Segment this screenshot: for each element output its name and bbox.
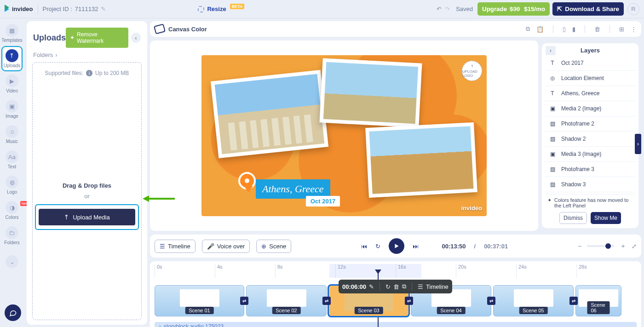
collapse-panel-button[interactable]: ‹ [131, 33, 141, 43]
more-icon[interactable]: ⋮ [631, 26, 637, 33]
undo-icon[interactable]: ↶ [435, 5, 443, 13]
layer-item[interactable]: TOct 2017 [545, 56, 636, 71]
layer-item[interactable]: ▨Shadow 2 [545, 132, 636, 147]
collapse-layers-button[interactable]: › [546, 46, 556, 55]
brand-logo-icon [5, 6, 9, 12]
expand-right-knob[interactable]: › [635, 134, 641, 154]
rail-uploads[interactable]: ⤒ Uploads [3, 47, 22, 70]
rail-image[interactable]: ▣ Image [5, 98, 19, 120]
upload-media-button[interactable]: ⤒ Upload Media [39, 209, 135, 225]
transition-icon[interactable]: ⇄ [240, 297, 248, 305]
resize-button[interactable]: Resize BETA [198, 6, 244, 12]
location-layer-icon: ◎ [548, 74, 557, 82]
date-badge[interactable]: Oct 2017 [306, 196, 340, 207]
trash-icon[interactable]: 🗑 [594, 26, 600, 33]
transition-icon[interactable]: ⇄ [322, 297, 331, 305]
voiceover-button[interactable]: 🎤Voice over [202, 240, 250, 253]
refresh-icon[interactable]: ↻ [385, 283, 391, 290]
photo-3[interactable] [365, 122, 477, 198]
rail-more[interactable]: ⌄ [5, 253, 19, 270]
avatar[interactable]: R [627, 3, 639, 15]
loop-button[interactable]: ↻ [375, 243, 380, 250]
rail-folders[interactable]: 🗀 Folders [3, 224, 20, 247]
layers-panel: › Layers TOct 2017 ◎Location Element TAt… [542, 43, 638, 228]
play-button[interactable] [389, 238, 404, 254]
fit-icon[interactable]: ⤢ [632, 243, 637, 250]
photo-1[interactable] [211, 70, 328, 158]
grid-icon[interactable]: ⊞ [619, 26, 624, 33]
zoom-in-icon[interactable]: ＋ [620, 242, 626, 250]
brand: invideo [5, 6, 33, 12]
upload-dropzone[interactable]: Supported files: i Up to 200 MB Drag & D… [32, 62, 142, 320]
info-icon[interactable]: i [86, 70, 92, 76]
canvas-stage[interactable]: Athens, Greece Oct 2017 ⤒UPLOAD LOGO inv… [150, 40, 538, 231]
delete-scene-icon[interactable]: 🗑 [393, 283, 399, 290]
chevron-down-icon: ⌄ [6, 255, 18, 268]
layer-item[interactable]: ▣Media 3 (Image) [545, 147, 636, 162]
edit-project-icon[interactable]: ✎ [101, 6, 106, 12]
zoom-out-icon[interactable]: − [578, 243, 581, 250]
copy-icon[interactable]: ⧉ [526, 25, 530, 33]
timeline-mode-button[interactable]: ☰Timeline [155, 240, 196, 253]
upgrade-button[interactable]: Upgrade $30 $15/mo [477, 2, 550, 16]
audio-track[interactable]: ♪storyblock audio 175023 [155, 322, 637, 327]
paste-icon[interactable]: 📋 [536, 26, 544, 33]
rail-music[interactable]: ♫ Music [5, 123, 19, 146]
brand-name: invideo [12, 6, 33, 12]
layer-item[interactable]: ▨Shadow 3 [545, 177, 636, 192]
scene-clip[interactable]: Scene 01⇄ [155, 285, 244, 316]
prev-scene-button[interactable]: ⏮ [361, 243, 367, 250]
scene-clip[interactable]: Scene 05⇄ [493, 285, 574, 316]
rail-text[interactable]: Aa Text [5, 149, 19, 171]
edit-duration-icon[interactable]: ✎ [369, 283, 374, 290]
rail-logo[interactable]: ◍ Logo [5, 174, 19, 196]
layer-item[interactable]: ◎Location Element [545, 71, 636, 86]
location-pin-icon[interactable] [238, 172, 257, 194]
dismiss-button[interactable]: Dismiss [559, 212, 587, 224]
remove-watermark-button[interactable]: ✦ Remove Watermark [66, 28, 128, 48]
current-time: 00:13:50 [442, 243, 466, 250]
rail-colors[interactable]: New ◑ Colors [5, 199, 20, 222]
next-scene-button[interactable]: ⏭ [413, 243, 419, 250]
logo-icon: ◍ [6, 176, 18, 189]
layer-item[interactable]: ▧Photoframe 2 [545, 116, 636, 132]
supported-files: Supported files: i Up to 200 MB [45, 70, 129, 76]
layer-item[interactable]: ▧Photoframe 3 [545, 162, 636, 177]
redo-icon[interactable]: ↷ [443, 5, 451, 13]
time-ruler[interactable]: 0s 4s 8s 12s 16s 20s 24s 28s [155, 264, 637, 278]
upload-logo-placeholder[interactable]: ⤒UPLOAD LOGO [462, 61, 482, 81]
scene-clip[interactable]: Scene 02⇄ [246, 285, 327, 316]
scene-clip[interactable]: Scene 06 [575, 285, 621, 316]
download-share-button[interactable]: ⇱ Download & Share [552, 2, 624, 16]
annotation-arrow-icon [143, 194, 175, 203]
canvas-color-icon[interactable] [154, 23, 166, 34]
align-left-icon[interactable]: ▯ [563, 26, 566, 33]
layer-item[interactable]: TAthens, Greece [545, 86, 636, 101]
music-icon: ♫ [6, 125, 18, 138]
align-center-icon[interactable]: ▮ [572, 26, 575, 33]
transition-icon[interactable]: ⇄ [487, 297, 495, 305]
zoom-slider[interactable] [587, 245, 615, 247]
play-icon [393, 243, 400, 249]
transition-icon[interactable]: ⇄ [569, 297, 578, 305]
breadcrumb[interactable]: Folders › [27, 51, 147, 62]
chat-fab[interactable] [5, 304, 21, 321]
shadow-layer-icon: ▨ [548, 135, 557, 143]
rail-video[interactable]: ▶ Video [5, 73, 19, 95]
duplicate-scene-icon[interactable]: ⧉ [402, 283, 406, 290]
photo-2[interactable] [319, 58, 422, 127]
show-me-button[interactable]: Show Me [591, 212, 621, 224]
project-id[interactable]: Project ID : 7111132 ✎ [43, 6, 106, 12]
add-scene-button[interactable]: ⊕Scene [256, 240, 291, 253]
image-layer-icon: ▣ [548, 104, 557, 113]
rail-templates[interactable]: ▦ Templates [0, 22, 23, 45]
upload-media-highlight: ⤒ Upload Media [35, 204, 139, 230]
external-icon: ⇱ [557, 6, 562, 12]
timeline-settings-icon[interactable]: ☰ [418, 283, 423, 290]
image-layer-icon: ▣ [548, 150, 557, 158]
templates-icon: ▦ [6, 24, 18, 37]
layer-item[interactable]: ▣Media 2 (Image) [545, 101, 636, 116]
chevron-right-icon: › [55, 52, 57, 58]
drag-drop-label: Drag & Drop files [63, 182, 111, 189]
transition-icon[interactable]: ⇄ [405, 297, 413, 305]
